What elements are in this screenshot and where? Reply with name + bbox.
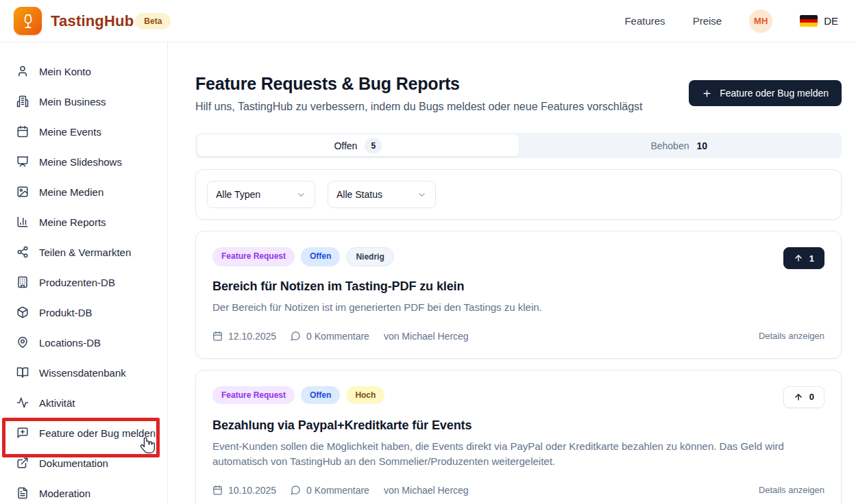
type-filter-select[interactable]: Alle Typen (207, 181, 315, 208)
sidebar-item-label: Meine Slideshows (39, 156, 122, 168)
filters-panel: Alle Typen Alle Status (195, 169, 842, 220)
sidebar-item-label: Aktivität (39, 397, 75, 409)
sidebar-item-label: Moderation (39, 488, 90, 499)
details-link[interactable]: Details anzeigen (759, 485, 824, 495)
vote-count: 0 (809, 392, 814, 402)
plus-icon (702, 88, 712, 99)
calendar-icon (16, 125, 29, 138)
chevron-down-icon (417, 190, 427, 200)
main-content: Feature Requests & Bug Reports Hilf uns,… (168, 42, 856, 504)
top-header: TastingHub Beta Features Preise MH DE (0, 0, 856, 42)
badge-gray: Niedrig (346, 247, 393, 266)
badge-blue: Offen (301, 386, 340, 404)
vote-count: 1 (809, 253, 814, 264)
details-link[interactable]: Details anzeigen (759, 331, 824, 341)
sidebar: Mein KontoMein BusinessMeine EventsMeine… (0, 42, 168, 504)
sidebar-item-dokumentation[interactable]: Dokumentation (0, 448, 167, 478)
feature-card: Feature RequestOffenNiedrig1Bereich für … (195, 231, 842, 359)
status-filter-select[interactable]: Alle Status (328, 181, 436, 208)
sidebar-item-label: Mein Business (39, 96, 106, 108)
card-author: von Michael Herceg (384, 331, 469, 342)
card-author: von Michael Herceg (384, 485, 469, 496)
sidebar-item-aktivität[interactable]: Aktivität (0, 388, 167, 418)
card-description: Der Bereich für Notizen ist im generiert… (212, 300, 792, 316)
nav-features[interactable]: Features (624, 15, 665, 27)
sidebar-item-meine-reports[interactable]: Meine Reports (0, 207, 167, 237)
brand-logo[interactable]: TastingHub (14, 7, 134, 35)
sidebar-item-label: Meine Medien (39, 186, 103, 198)
sidebar-item-label: Teilen & Vermarkten (39, 247, 131, 258)
page-subtitle: Hilf uns, TastingHub zu verbessern, inde… (195, 101, 643, 113)
nav-preise[interactable]: Preise (693, 15, 722, 27)
badge-yellow: Hoch (346, 386, 384, 404)
sidebar-item-meine-slideshows[interactable]: Meine Slideshows (0, 147, 167, 177)
arrow-up-icon (794, 392, 803, 402)
user-avatar[interactable]: MH (749, 10, 772, 33)
german-flag-icon (800, 15, 818, 27)
sidebar-item-locations-db[interactable]: Locations-DB (0, 327, 167, 357)
message-circle-icon (291, 485, 301, 495)
card-date: 10.10.2025 (228, 485, 276, 496)
upvote-button[interactable]: 1 (783, 247, 824, 269)
sidebar-item-wissensdatenbank[interactable]: Wissensdatenbank (0, 357, 167, 388)
sidebar-item-label: Mein Konto (39, 66, 91, 77)
map-pin-icon (16, 336, 29, 349)
file-text-icon (16, 487, 29, 499)
sidebar-item-label: Dokumentation (39, 457, 108, 469)
sidebar-item-teilen-vermarkten[interactable]: Teilen & Vermarkten (0, 237, 167, 267)
sidebar-item-label: Produkt-DB (39, 307, 93, 318)
presentation-icon (16, 155, 29, 168)
arrow-up-icon (794, 253, 803, 263)
feature-card: Feature RequestOffenHoch0Bezahlung via P… (195, 370, 842, 504)
sidebar-item-label: Meine Reports (39, 216, 106, 228)
sidebar-item-feature-oder-bug-melden[interactable]: Feature oder Bug melden (0, 418, 167, 448)
tab-count-badge: 5 (365, 138, 382, 153)
tab-label: Offen (334, 140, 357, 151)
calendar-icon (212, 331, 223, 341)
card-date: 12.10.2025 (228, 331, 276, 342)
sidebar-item-moderation[interactable]: Moderation (0, 478, 167, 504)
brand-name: TastingHub (51, 12, 134, 30)
sidebar-item-produzenten-db[interactable]: Produzenten-DB (0, 267, 167, 297)
language-code: DE (824, 15, 838, 27)
user-icon (16, 65, 29, 77)
external-link-icon (16, 457, 29, 469)
sidebar-item-label: Locations-DB (39, 337, 101, 349)
message-circle-icon (291, 331, 301, 341)
tab-offen[interactable]: Offen 5 (197, 135, 519, 156)
report-button-label: Feature oder Bug melden (720, 88, 829, 99)
sidebar-item-meine-medien[interactable]: Meine Medien (0, 177, 167, 207)
calendar-icon (212, 485, 223, 495)
book-open-icon (16, 366, 29, 379)
type-filter-value: Alle Typen (216, 189, 260, 200)
card-comments: 0 Kommentare (306, 331, 369, 342)
sidebar-item-produkt-db[interactable]: Produkt-DB (0, 297, 167, 327)
sidebar-item-label: Feature oder Bug melden (39, 427, 156, 439)
tab-behoben[interactable]: Behoben 10 (519, 135, 840, 156)
sidebar-item-label: Wissensdatenbank (39, 367, 126, 379)
card-description: Event-Kunden sollen die Möglichkeit habe… (212, 439, 792, 470)
activity-icon (16, 396, 29, 409)
card-title: Bereich für Notizen im Tasting-PDF zu kl… (212, 279, 824, 294)
bar-chart-icon (16, 216, 29, 228)
building-2-icon (16, 95, 29, 108)
badge-purple: Feature Request (212, 247, 295, 266)
report-feature-bug-button[interactable]: Feature oder Bug melden (689, 80, 842, 106)
page-title: Feature Requests & Bug Reports (195, 74, 643, 94)
tab-label: Behoben (650, 140, 689, 151)
wine-glass-icon (14, 7, 42, 35)
package-icon (16, 306, 29, 318)
status-filter-value: Alle Status (337, 189, 382, 200)
sidebar-item-meine-events[interactable]: Meine Events (0, 116, 167, 147)
card-title: Bezahlung via Paypal+Kreditkarte für Eve… (212, 418, 824, 433)
tab-count: 10 (696, 140, 707, 151)
sidebar-item-mein-konto[interactable]: Mein Konto (0, 56, 167, 86)
message-square-plus-icon (16, 427, 29, 439)
sidebar-item-label: Meine Events (39, 126, 101, 138)
upvote-button[interactable]: 0 (783, 386, 824, 408)
beta-badge: Beta (135, 13, 171, 29)
sidebar-item-mein-business[interactable]: Mein Business (0, 86, 167, 116)
building-icon (16, 276, 29, 288)
chevron-down-icon (296, 190, 306, 200)
language-switcher[interactable]: DE (800, 15, 838, 27)
